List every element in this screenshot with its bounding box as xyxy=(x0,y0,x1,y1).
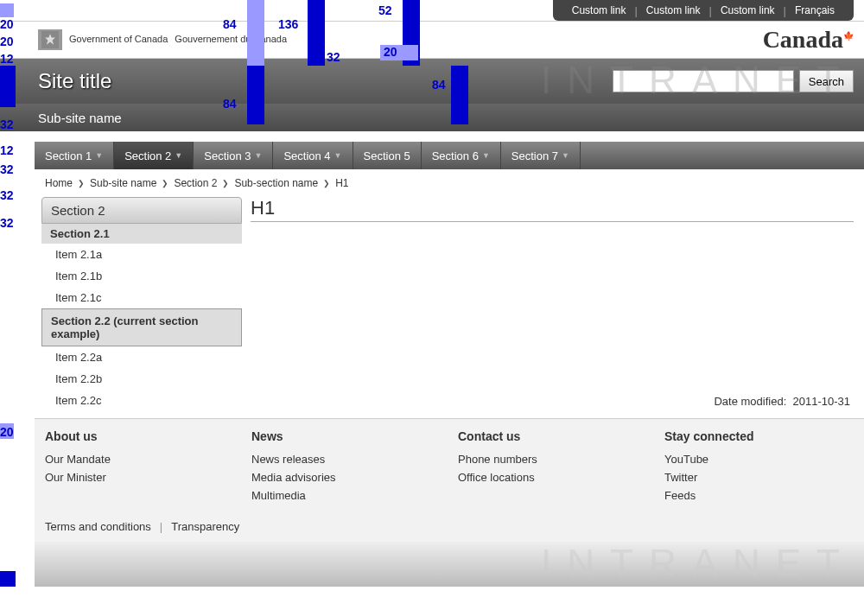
sidebar-group-heading[interactable]: Section 2.1 xyxy=(41,224,242,244)
footer-brand-bar: INTRANET xyxy=(35,542,864,587)
measure-label: 52 xyxy=(0,586,14,587)
footer-link[interactable]: Feeds xyxy=(664,486,854,505)
nav-item[interactable]: Section 7▼ xyxy=(501,142,581,169)
measure-label: 20 xyxy=(0,425,14,439)
legal-link[interactable]: Transparency xyxy=(171,520,239,533)
nav-item[interactable]: Section 3▼ xyxy=(194,142,273,169)
footer-link[interactable]: Our Mandate xyxy=(45,450,234,468)
sidebar-item[interactable]: Item 2.2b xyxy=(41,368,242,390)
sidebar-group-heading[interactable]: Section 2.2 (current section example) xyxy=(41,308,242,346)
chevron-down-icon: ▼ xyxy=(334,151,342,160)
chevron-right-icon: ❯ xyxy=(78,179,85,187)
measure-label: 84 xyxy=(223,17,237,31)
site-footer: About usOur MandateOur MinisterNewsNews … xyxy=(35,418,864,511)
search-button[interactable]: Search xyxy=(799,70,854,92)
breadcrumb-link[interactable]: Sub-section name xyxy=(234,177,318,189)
footer-heading: Contact us xyxy=(458,429,647,443)
gov-name-en: Government of Canada xyxy=(69,34,168,45)
measure-label: 20 xyxy=(384,45,397,59)
gov-name-fr: Gouvernement du Canada xyxy=(175,34,287,45)
nav-item[interactable]: Section 5 xyxy=(353,142,422,169)
search-input[interactable] xyxy=(613,70,794,92)
measure-label: 84 xyxy=(223,97,237,111)
measure-label: 12 xyxy=(0,143,14,157)
main-content: H1 Date modified: 2011-10-31 xyxy=(242,197,854,411)
primary-nav: Section 1▼Section 2▼Section 3▼Section 4▼… xyxy=(35,142,864,169)
sidebar-item[interactable]: Item 2.1a xyxy=(41,244,242,265)
footer-link[interactable]: Office locations xyxy=(458,468,647,486)
footer-link[interactable]: YouTube xyxy=(664,450,854,468)
chevron-down-icon: ▼ xyxy=(175,151,182,160)
site-title: Site title xyxy=(38,69,111,93)
chevron-down-icon: ▼ xyxy=(254,151,262,160)
breadcrumb-link[interactable]: Section 2 xyxy=(174,177,217,189)
chevron-right-icon: ❯ xyxy=(323,179,330,187)
measure-label: 136 xyxy=(278,17,298,31)
measure-label: 32 xyxy=(327,50,340,64)
chevron-right-icon: ❯ xyxy=(222,179,229,187)
nav-item[interactable]: Section 4▼ xyxy=(273,142,353,169)
footer-heading: News xyxy=(251,429,441,443)
measure-label: 32 xyxy=(0,216,14,230)
chevron-down-icon: ▼ xyxy=(482,151,490,160)
watermark-text: INTRANET xyxy=(541,542,855,585)
sidebar-item[interactable]: Item 2.1b xyxy=(41,265,242,287)
footer-link[interactable]: Our Minister xyxy=(45,468,234,486)
nav-item[interactable]: Section 1▼ xyxy=(35,142,114,169)
nav-item[interactable]: Section 2▼ xyxy=(114,142,194,169)
footer-heading: About us xyxy=(45,429,234,443)
government-header: Government of Canada Gouvernement du Can… xyxy=(0,21,864,59)
chevron-down-icon: ▼ xyxy=(95,151,103,160)
footer-link[interactable]: Twitter xyxy=(664,468,854,486)
canada-flag-icon xyxy=(38,29,62,50)
sidebar-item[interactable]: Item 2.2c xyxy=(41,390,242,411)
nav-item[interactable]: Section 6▼ xyxy=(422,142,501,169)
top-link[interactable]: Custom link xyxy=(638,4,709,16)
measure-label: 52 xyxy=(378,3,392,17)
breadcrumb-link[interactable]: Sub-site name xyxy=(90,177,156,189)
measure-label: 84 xyxy=(432,78,446,92)
chevron-right-icon: ❯ xyxy=(162,179,168,187)
footer-link[interactable]: Multimedia xyxy=(251,486,441,505)
sidebar-nav: Section 2 Section 2.1Item 2.1aItem 2.1bI… xyxy=(41,197,242,411)
footer-heading: Stay connected xyxy=(664,429,854,443)
canada-wordmark: Canada🍁 xyxy=(763,26,854,54)
page-heading: H1 xyxy=(251,197,854,222)
top-utility-bar: Custom link|Custom link|Custom link|Fran… xyxy=(0,0,864,21)
measure-label: 20 xyxy=(0,17,14,31)
breadcrumb: Home❯Sub-site name❯Section 2❯Sub-section… xyxy=(0,169,864,197)
search-form: Search xyxy=(613,70,854,92)
top-link[interactable]: Custom link xyxy=(712,4,784,16)
subsite-bar: Sub-site name xyxy=(0,104,864,131)
sidebar-item[interactable]: Item 2.1c xyxy=(41,287,242,308)
sidebar-title: Section 2 xyxy=(41,197,242,224)
measure-label: 52 xyxy=(0,78,14,92)
footer-link[interactable]: Phone numbers xyxy=(458,450,647,468)
top-link[interactable]: Custom link xyxy=(563,4,635,16)
footer-legal: Terms and conditions|Transparency xyxy=(35,511,864,542)
footer-link[interactable]: Media advisories xyxy=(251,468,441,486)
measure-label: 32 xyxy=(0,188,14,202)
legal-link[interactable]: Terms and conditions xyxy=(45,520,151,533)
measure-label: 12 xyxy=(0,52,14,66)
sidebar-item[interactable]: Item 2.2a xyxy=(41,346,242,368)
measure-label: 20 xyxy=(0,35,14,48)
measure-label: 32 xyxy=(0,117,14,131)
breadcrumb-link[interactable]: Home xyxy=(45,177,73,189)
subsite-name: Sub-site name xyxy=(38,111,122,125)
date-modified: Date modified: 2011-10-31 xyxy=(251,395,854,408)
footer-link[interactable]: News releases xyxy=(251,450,441,468)
top-link[interactable]: Français xyxy=(786,4,843,16)
breadcrumb-link[interactable]: H1 xyxy=(335,177,348,189)
measure-label: 32 xyxy=(0,162,14,176)
chevron-down-icon: ▼ xyxy=(562,151,569,160)
